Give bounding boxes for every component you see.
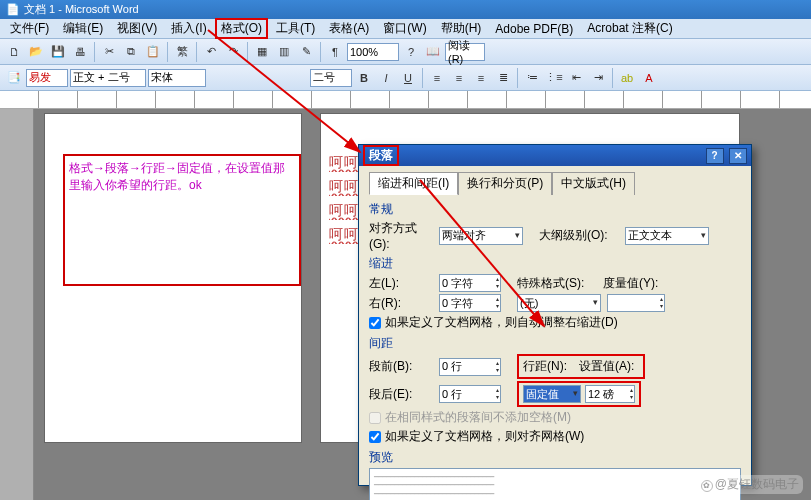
outline-level-combo[interactable]: 正文文本 (625, 227, 709, 245)
copy-icon[interactable]: ⧉ (121, 42, 141, 62)
checkbox-icon (369, 412, 381, 424)
print-icon[interactable]: 🖶 (70, 42, 90, 62)
font-color-icon[interactable]: A (639, 68, 659, 88)
help-icon[interactable]: ? (401, 42, 421, 62)
underline-icon[interactable]: U (398, 68, 418, 88)
group-general: 常规 (369, 201, 741, 218)
special-format-label: 特殊格式(S): (517, 275, 597, 292)
by-spinner[interactable] (607, 294, 665, 312)
line-spacing-combo[interactable]: 固定值 (523, 385, 581, 403)
indent-left-spinner[interactable]: 0 字符 (439, 274, 501, 292)
watermark-icon: ✿ (701, 480, 713, 492)
help-icon[interactable]: ? (706, 148, 724, 164)
menu-item[interactable]: 格式(O) (215, 18, 268, 39)
menu-bar: 文件(F)编辑(E)视图(V)插入(I)格式(O)工具(T)表格(A)窗口(W)… (0, 19, 811, 39)
indent-left-label: 左(L): (369, 275, 433, 292)
numbering-icon[interactable]: ≔ (522, 68, 542, 88)
menu-item[interactable]: 窗口(W) (377, 19, 432, 38)
align-center-icon[interactable]: ≡ (449, 68, 469, 88)
separator (94, 42, 95, 62)
italic-icon[interactable]: I (376, 68, 396, 88)
formatting-toolbar: 📑 易发 正文 + 二号 宋体 二号 B I U ≡ ≡ ≡ ≣ ≔ ⋮≡ ⇤ … (0, 65, 811, 91)
decrease-indent-icon[interactable]: ⇤ (566, 68, 586, 88)
paragraph-dialog: 段落 ? ✕ 缩进和间距(I) 换行和分页(P) 中文版式(H) 常规 对齐方式… (358, 144, 752, 486)
justify-icon[interactable]: ≣ (493, 68, 513, 88)
snap-grid-label: 如果定义了文档网格，则对齐网格(W) (385, 428, 584, 445)
menu-item[interactable]: Adobe PDF(B) (489, 21, 579, 37)
paste-icon[interactable]: 📋 (143, 42, 163, 62)
separator (320, 42, 321, 62)
font-combo[interactable]: 宋体 (148, 69, 206, 87)
zoom-combo[interactable]: 100% (347, 43, 399, 61)
separator (167, 42, 168, 62)
lang-convert-icon[interactable]: 繁 (172, 42, 192, 62)
save-icon[interactable]: 💾 (48, 42, 68, 62)
align-right-icon[interactable]: ≡ (471, 68, 491, 88)
space-before-spinner[interactable]: 0 行 (439, 358, 501, 376)
bullets-icon[interactable]: ⋮≡ (544, 68, 564, 88)
snap-to-grid-checkbox[interactable]: 如果定义了文档网格，则对齐网格(W) (369, 428, 741, 445)
undo-icon[interactable]: ↶ (201, 42, 221, 62)
separator (517, 68, 518, 88)
align-left-icon[interactable]: ≡ (427, 68, 447, 88)
open-icon[interactable]: 📂 (26, 42, 46, 62)
separator (196, 42, 197, 62)
indent-right-spinner[interactable]: 0 字符 (439, 294, 501, 312)
no-space-label: 在相同样式的段落间不添加空格(M) (385, 409, 571, 426)
outline-button[interactable]: 易发 (26, 69, 68, 87)
style-combo[interactable]: 正文 + 二号 (70, 69, 146, 87)
space-before-label: 段前(B): (369, 358, 433, 375)
menu-item[interactable]: 工具(T) (270, 19, 321, 38)
menu-item[interactable]: 视图(V) (111, 19, 163, 38)
dialog-tabs: 缩进和间距(I) 换行和分页(P) 中文版式(H) (369, 172, 741, 195)
auto-adjust-label: 如果定义了文档网格，则自动调整右缩进(D) (385, 314, 618, 331)
menu-item[interactable]: 插入(I) (165, 19, 212, 38)
tab-line-page-breaks[interactable]: 换行和分页(P) (458, 172, 552, 195)
line-spacing-values-highlight: 固定值 12 磅 (517, 381, 641, 407)
at-value-spinner[interactable]: 12 磅 (585, 385, 635, 403)
window-title-bar: 📄 文档 1 - Microsoft Word (0, 0, 811, 19)
outline-icon[interactable]: 📑 (4, 68, 24, 88)
dialog-title: 段落 (363, 145, 399, 166)
checkbox-icon[interactable] (369, 431, 381, 443)
new-icon[interactable]: 🗋 (4, 42, 24, 62)
reading-combo[interactable]: 阅读(R) (445, 43, 485, 61)
show-marks-icon[interactable]: ¶ (325, 42, 345, 62)
size-combo[interactable]: 二号 (310, 69, 352, 87)
checkbox-icon[interactable] (369, 317, 381, 329)
redo-icon[interactable]: ↷ (223, 42, 243, 62)
menu-item[interactable]: Acrobat 注释(C) (581, 19, 678, 38)
tab-asian-typography[interactable]: 中文版式(H) (552, 172, 635, 195)
menu-item[interactable]: 帮助(H) (435, 19, 488, 38)
special-format-combo[interactable]: (无) (517, 294, 601, 312)
menu-item[interactable]: 文件(F) (4, 19, 55, 38)
close-icon[interactable]: ✕ (729, 148, 747, 164)
annotation-text: 格式→段落→行距→固定值，在设置值那里输入你希望的行距。ok (69, 161, 285, 192)
menu-item[interactable]: 表格(A) (323, 19, 375, 38)
line-spacing-highlight: 行距(N): 设置值(A): (517, 354, 645, 379)
space-after-label: 段后(E): (369, 386, 433, 403)
menu-item[interactable]: 编辑(E) (57, 19, 109, 38)
vertical-ruler[interactable] (0, 109, 34, 500)
dialog-body: 缩进和间距(I) 换行和分页(P) 中文版式(H) 常规 对齐方式(G): 两端… (359, 166, 751, 500)
bold-icon[interactable]: B (354, 68, 374, 88)
cut-icon[interactable]: ✂ (99, 42, 119, 62)
horizontal-ruler[interactable] (0, 91, 811, 109)
space-after-spinner[interactable]: 0 行 (439, 385, 501, 403)
drawing-icon[interactable]: ✎ (296, 42, 316, 62)
auto-adjust-checkbox[interactable]: 如果定义了文档网格，则自动调整右缩进(D) (369, 314, 741, 331)
preview-label: 预览 (369, 449, 741, 466)
standard-toolbar: 🗋 📂 💾 🖶 ✂ ⧉ 📋 繁 ↶ ↷ ▦ ▥ ✎ ¶ 100% ? 📖 阅读(… (0, 39, 811, 65)
page-1[interactable]: 格式→段落→行距→固定值，在设置值那里输入你希望的行距。ok (44, 113, 302, 443)
table-icon[interactable]: ▦ (252, 42, 272, 62)
columns-icon[interactable]: ▥ (274, 42, 294, 62)
read-mode-icon[interactable]: 📖 (423, 42, 443, 62)
dialog-title-bar[interactable]: 段落 ? ✕ (359, 145, 751, 166)
tab-indent-spacing[interactable]: 缩进和间距(I) (369, 172, 458, 195)
no-space-same-style-checkbox: 在相同样式的段落间不添加空格(M) (369, 409, 741, 426)
preview-box: ━━━━━━━━━━━━━━━━━━━━━━━━━━━━━━━━━━━━━━━━… (369, 468, 741, 500)
increase-indent-icon[interactable]: ⇥ (588, 68, 608, 88)
alignment-combo[interactable]: 两端对齐 (439, 227, 523, 245)
separator (422, 68, 423, 88)
highlight-icon[interactable]: ab (617, 68, 637, 88)
